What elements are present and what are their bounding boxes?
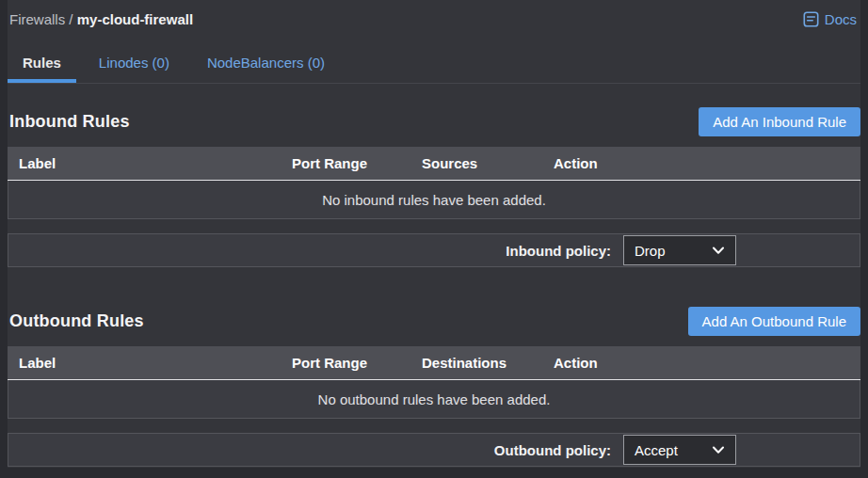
inbound-column-action: Action [554, 155, 860, 171]
docs-link-label: Docs [825, 11, 857, 27]
inbound-policy-label: Inbound policy: [506, 243, 611, 259]
outbound-empty-row: No outbound rules have been added. [8, 380, 860, 419]
inbound-empty-row: No inbound rules have been added. [8, 181, 860, 219]
chevron-down-icon [712, 446, 725, 454]
outbound-policy-value: Accept [635, 442, 678, 458]
outbound-column-action: Action [554, 355, 860, 371]
inbound-column-sources: Sources [422, 155, 554, 171]
inbound-policy-row: Inbound policy: Drop [8, 233, 860, 267]
tab-rules[interactable]: Rules [8, 45, 76, 83]
outbound-policy-select[interactable]: Accept [623, 435, 736, 465]
top-bar: Firewalls / my-cloud-firewall Docs [8, 0, 860, 30]
inbound-table-header-row: Label Port Range Sources Action [8, 147, 860, 181]
tab-bar: Rules Linodes (0) NodeBalancers (0) [8, 45, 860, 84]
outbound-column-destinations: Destinations [422, 355, 554, 371]
docs-link[interactable]: Docs [803, 11, 857, 27]
breadcrumb-firewalls-link[interactable]: Firewalls [9, 11, 65, 27]
outbound-empty-message: No outbound rules have been added. [318, 391, 551, 407]
tab-nodebalancers[interactable]: NodeBalancers (0) [192, 45, 340, 83]
outbound-policy-label: Outbound policy: [494, 442, 611, 458]
inbound-rules-title: Inbound Rules [9, 112, 130, 132]
outbound-rules-table: Label Port Range Destinations Action No … [8, 346, 860, 419]
breadcrumb: Firewalls / my-cloud-firewall [9, 11, 193, 27]
tab-linodes[interactable]: Linodes (0) [84, 45, 185, 83]
docs-icon [803, 11, 819, 27]
chevron-down-icon [712, 247, 725, 255]
inbound-rules-table: Label Port Range Sources Action No inbou… [8, 147, 860, 219]
add-outbound-rule-button[interactable]: Add An Outbound Rule [688, 307, 860, 336]
firewall-detail-page: Firewalls / my-cloud-firewall Docs Rules… [8, 0, 860, 468]
add-inbound-rule-button[interactable]: Add An Inbound Rule [699, 107, 860, 136]
breadcrumb-current-firewall: my-cloud-firewall [77, 11, 193, 27]
outbound-policy-row: Outbound policy: Accept [8, 433, 860, 467]
inbound-empty-message: No inbound rules have been added. [322, 192, 546, 208]
inbound-policy-select[interactable]: Drop [623, 235, 736, 265]
outbound-column-port-range: Port Range [292, 355, 422, 371]
inbound-column-port-range: Port Range [292, 155, 422, 171]
outbound-column-label: Label [8, 355, 292, 371]
inbound-column-label: Label [8, 155, 292, 171]
outbound-section-header: Outbound Rules Add An Outbound Rule [8, 307, 860, 336]
inbound-section-header: Inbound Rules Add An Inbound Rule [8, 107, 860, 136]
outbound-table-header-row: Label Port Range Destinations Action [8, 346, 860, 380]
breadcrumb-separator: / [69, 11, 76, 27]
outbound-rules-title: Outbound Rules [9, 311, 144, 331]
inbound-policy-value: Drop [635, 243, 666, 259]
